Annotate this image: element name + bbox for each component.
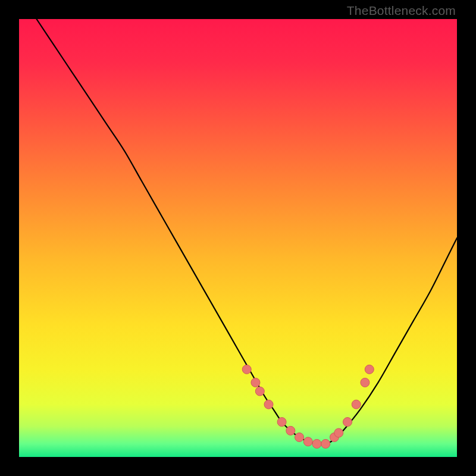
curve-marker [286,426,295,435]
curve-marker [343,418,352,427]
curve-marker [277,418,286,427]
plot-area [19,19,457,457]
curve-marker [321,439,330,448]
bottleneck-curve [36,19,457,444]
curve-marker [361,378,369,387]
curve-marker [295,433,304,441]
chart-svg [19,19,457,457]
curve-marker [303,437,312,446]
curve-marker [242,365,251,374]
curve-marker [334,428,343,437]
curve-marker [255,387,264,396]
curve-marker [312,439,321,448]
curve-marker [365,365,374,374]
watermark-text: TheBottleneck.com [347,4,456,18]
curve-marker [352,400,361,409]
curve-marker [251,378,260,387]
marker-group [242,365,374,448]
curve-marker [264,400,273,409]
chart-frame: TheBottleneck.com [0,0,476,476]
